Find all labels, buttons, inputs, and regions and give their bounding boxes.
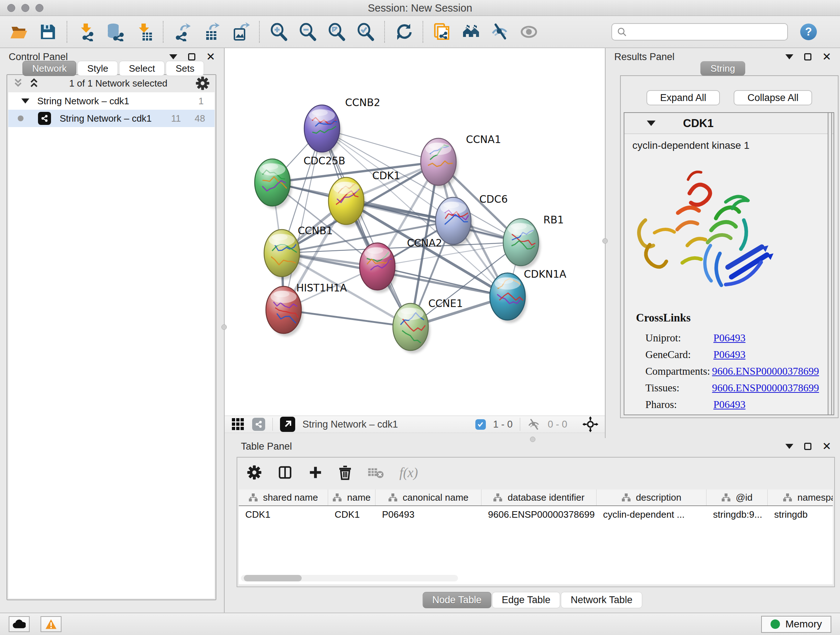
grid-view-icon[interactable] [231, 417, 245, 431]
hide-selected-icon[interactable] [491, 22, 509, 41]
crosslink-genecard-link[interactable]: P06493 [714, 348, 745, 361]
network-edge[interactable] [377, 266, 508, 296]
column-header[interactable]: name [328, 489, 376, 505]
tab-network-table[interactable]: Network Table [561, 592, 643, 608]
export-network-icon[interactable] [173, 22, 192, 41]
close-window-button[interactable] [7, 4, 15, 12]
crosslink-uniprot-link[interactable]: P06493 [714, 332, 745, 344]
column-header[interactable]: namespace [767, 489, 833, 505]
birds-eye-view-icon[interactable] [252, 418, 265, 431]
right-splitter-handle[interactable] [602, 238, 608, 244]
export-image-icon[interactable] [231, 22, 249, 41]
network-node-CCNB2[interactable] [304, 105, 341, 155]
minimize-window-button[interactable] [21, 4, 29, 12]
first-neighbors-icon[interactable] [462, 22, 480, 41]
panel-float-icon[interactable] [804, 53, 812, 60]
crosslink-compartments-link[interactable]: 9606.ENSP00000378699 [712, 365, 819, 377]
zoom-fit-icon[interactable] [327, 22, 346, 41]
tab-edge-table[interactable]: Edge Table [492, 592, 561, 608]
network-node-RB1[interactable] [503, 219, 540, 269]
network-node-CCNA2[interactable] [360, 243, 397, 293]
crosslink-label: GeneCard: [645, 348, 714, 361]
duplicate-network-icon[interactable] [433, 22, 452, 41]
expand-all-networks-icon[interactable] [29, 78, 41, 89]
create-column-plus-icon[interactable] [308, 465, 323, 480]
panel-close-icon[interactable]: ✕ [206, 51, 215, 62]
tab-sets[interactable]: Sets [166, 61, 204, 76]
column-type-icon [388, 493, 398, 502]
network-collection-row[interactable]: String Network – cdk1 1 [8, 92, 215, 110]
scrollbar-thumb[interactable] [244, 575, 302, 581]
tab-network[interactable]: Network [22, 61, 76, 76]
panel-float-icon[interactable] [804, 443, 812, 450]
network-node-CCNB1[interactable] [264, 230, 302, 279]
export-table-icon[interactable] [202, 22, 221, 41]
zoom-out-icon[interactable] [298, 22, 317, 41]
column-header[interactable]: shared name [239, 489, 328, 505]
results-scrollbar[interactable] [828, 113, 832, 415]
bottom-splitter-handle[interactable] [530, 437, 535, 442]
collection-expander-icon[interactable] [21, 98, 29, 103]
crosslink-pharos-link[interactable]: P06493 [714, 399, 745, 410]
panel-close-icon[interactable]: ✕ [822, 51, 831, 62]
crosslink-label: Tissues: [645, 382, 712, 394]
cloud-service-button[interactable] [9, 616, 30, 632]
zoom-in-icon[interactable] [269, 22, 288, 41]
network-options-gear-icon[interactable] [195, 76, 210, 90]
panel-menu-icon[interactable] [785, 444, 793, 449]
crosslink-tissues-link[interactable]: 9606.ENSP00000378699 [712, 382, 819, 394]
tab-string[interactable]: String [700, 61, 745, 76]
collapse-all-networks-icon[interactable] [13, 78, 25, 89]
column-header[interactable]: database identifier [482, 489, 597, 505]
tab-select[interactable]: Select [119, 61, 164, 76]
expand-all-button[interactable]: Expand All [646, 90, 720, 105]
open-session-icon[interactable] [9, 22, 28, 41]
column-header[interactable]: description [597, 489, 706, 505]
panel-float-icon[interactable] [188, 53, 195, 60]
tab-node-table[interactable]: Node Table [423, 592, 491, 608]
panel-menu-icon[interactable] [169, 54, 177, 59]
table-horizontal-scrollbar[interactable] [241, 575, 458, 581]
gene-symbol: CDK1 [683, 117, 714, 130]
memory-label: Memory [785, 618, 822, 630]
column-header[interactable]: @id [706, 489, 767, 505]
zoom-selected-icon[interactable] [356, 22, 375, 41]
network-node-CDKN1A[interactable] [490, 273, 527, 323]
tab-style[interactable]: Style [77, 61, 118, 76]
panel-close-icon[interactable]: ✕ [822, 441, 831, 452]
open-in-new-window-icon[interactable] [280, 417, 295, 432]
network-row[interactable]: String Network – cdk1 11 48 [8, 110, 215, 127]
panel-menu-icon[interactable] [785, 54, 793, 59]
protein-structure-image [635, 158, 786, 303]
maximize-window-button[interactable] [35, 4, 43, 12]
gene-card-expander-icon[interactable] [647, 120, 655, 126]
save-session-icon[interactable] [38, 22, 57, 41]
selected-items-checkbox[interactable] [475, 419, 486, 430]
table-panel-title: Table Panel [241, 441, 292, 452]
search-box[interactable] [611, 23, 788, 41]
column-header[interactable]: canonical name [376, 489, 482, 505]
network-node-CDC25B[interactable] [255, 159, 292, 209]
collapse-all-button[interactable]: Collapse All [734, 90, 812, 105]
show-columns-icon[interactable] [277, 464, 293, 480]
network-node-CCNE1[interactable] [393, 303, 430, 353]
search-input[interactable] [630, 27, 782, 38]
import-network-icon[interactable] [77, 22, 95, 41]
table-row[interactable]: CDK1 CDK1 P06493 9606.ENSP00000378699 cy… [239, 506, 833, 523]
warnings-button[interactable] [41, 616, 62, 632]
delete-table-icon [368, 466, 384, 479]
crosslinks-title: CrossLinks [636, 311, 691, 325]
network-canvas[interactable]: CCNB2CCNA1CDC25BCDK1CDC6RB1CCNB1CCNA2CDK… [225, 48, 605, 416]
import-table-icon[interactable] [134, 22, 153, 41]
apply-layout-icon[interactable] [394, 22, 413, 41]
memory-button[interactable]: Memory [761, 616, 831, 633]
help-button[interactable]: ? [800, 24, 817, 40]
delete-column-trash-icon[interactable] [338, 464, 352, 480]
import-database-icon[interactable] [106, 22, 125, 41]
node-label-RB1: RB1 [543, 214, 564, 226]
crosslink-label: Compartments: [645, 365, 712, 377]
table-options-gear-icon[interactable] [247, 465, 262, 480]
pan-crosshair-icon[interactable] [583, 416, 598, 432]
show-all-icon[interactable] [519, 22, 538, 41]
left-splitter-handle[interactable] [221, 325, 227, 330]
